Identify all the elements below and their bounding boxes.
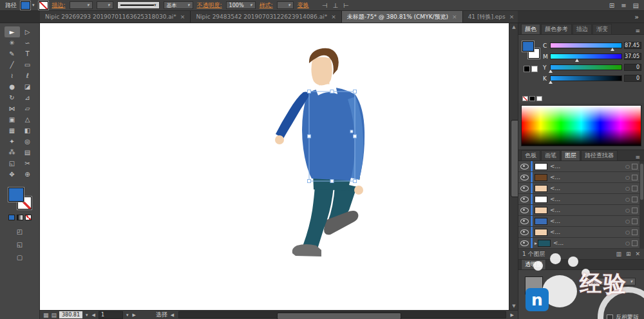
- stroke-color-swatch[interactable]: [39, 1, 48, 10]
- pencil-tool-icon[interactable]: ℓ: [20, 70, 35, 81]
- layer-row[interactable]: <...○: [518, 194, 644, 205]
- stroke-link[interactable]: 描边:: [52, 1, 66, 10]
- expand-triangle-icon[interactable]: ▸: [535, 240, 537, 246]
- target-icon[interactable]: ○: [625, 240, 630, 246]
- align-center-icon[interactable]: ⊥: [332, 2, 338, 9]
- hand-tool-icon[interactable]: ✥: [5, 169, 20, 180]
- layer-row[interactable]: <...○: [518, 205, 644, 216]
- fill-color-swatch[interactable]: [21, 1, 30, 10]
- none-button[interactable]: [25, 215, 32, 220]
- transform-link[interactable]: 变换: [298, 1, 309, 10]
- layers-panel-menu-icon[interactable]: ≡: [634, 154, 641, 160]
- target-icon[interactable]: ○: [625, 229, 630, 235]
- width-tool-icon[interactable]: ⋈: [5, 103, 20, 114]
- align-left-icon[interactable]: ⊣: [322, 2, 328, 9]
- horizontal-scroll-thumb[interactable]: [277, 313, 401, 319]
- fill-stroke-indicator[interactable]: [8, 188, 32, 209]
- target-icon[interactable]: ○: [625, 208, 630, 213]
- target-icon[interactable]: ○: [625, 186, 630, 191]
- selection-square[interactable]: [632, 229, 638, 235]
- scale-tool-icon[interactable]: ⊿: [20, 92, 35, 103]
- visibility-toggle[interactable]: [518, 183, 531, 193]
- slider-handle-icon[interactable]: [549, 70, 553, 73]
- tab-close-icon[interactable]: ×: [509, 14, 515, 20]
- screen-layout-icon[interactable]: ▤: [52, 312, 57, 318]
- target-icon[interactable]: ○: [625, 164, 630, 169]
- next-artboard-icon[interactable]: ▶: [131, 313, 136, 318]
- document-tab[interactable]: 未标题-75* @ 380.81% (CMYK/预览)×: [342, 11, 463, 23]
- dock-collapse-icon[interactable]: »: [634, 13, 639, 21]
- layer-label[interactable]: <...: [550, 163, 625, 169]
- man-front-leg[interactable]: [303, 186, 334, 249]
- selection-square[interactable]: [632, 164, 638, 169]
- document-tab[interactable]: Nipic 29483542 20190703122623914086.ai*×: [191, 11, 341, 23]
- tab-swatches[interactable]: 色板: [521, 150, 540, 160]
- selection-square[interactable]: [632, 208, 638, 213]
- visibility-toggle[interactable]: [518, 172, 531, 182]
- magic-wand-tool-icon[interactable]: ✳: [5, 37, 20, 48]
- tab-transparency[interactable]: 透明度: [521, 259, 546, 269]
- selection-tool-icon[interactable]: ►: [5, 26, 20, 37]
- layer-label[interactable]: <...: [550, 229, 625, 235]
- delete-layer-icon[interactable]: ✕: [635, 251, 640, 257]
- direct-selection-tool-icon[interactable]: ▷: [20, 26, 35, 37]
- none-swatch[interactable]: [522, 96, 528, 101]
- perspective-grid-tool-icon[interactable]: △: [20, 114, 35, 125]
- first-artboard-icon[interactable]: ◀: [91, 313, 96, 318]
- channel-value-field[interactable]: 37.05: [624, 53, 641, 60]
- type-tool-icon[interactable]: T: [20, 48, 35, 59]
- panel-fill-swatch[interactable]: [522, 41, 534, 52]
- shape-builder-tool-icon[interactable]: ▣: [5, 114, 20, 125]
- layer-row[interactable]: <...○: [518, 227, 644, 238]
- new-layer-icon[interactable]: ⊞: [626, 251, 631, 257]
- invert-mask-checkbox[interactable]: [607, 314, 613, 319]
- isolate-icon[interactable]: ⊞: [609, 2, 614, 9]
- brush-definition-preview[interactable]: ▾: [117, 1, 160, 9]
- opacity-select[interactable]: 100%▾: [226, 1, 256, 9]
- scroll-down-icon[interactable]: ▼: [509, 304, 518, 309]
- paintbrush-tool-icon[interactable]: ≀: [5, 70, 20, 81]
- screen-mode-icon[interactable]: ▢: [17, 254, 23, 261]
- selection-square[interactable]: [632, 218, 638, 224]
- hscroll-right-icon[interactable]: ▶: [510, 313, 515, 318]
- pen-tool-icon[interactable]: ✎: [5, 48, 20, 59]
- tab-close-icon[interactable]: ×: [331, 14, 336, 20]
- blob-brush-tool-icon[interactable]: ●: [5, 81, 20, 92]
- channel-value-field[interactable]: 0: [624, 64, 641, 71]
- white-swatch[interactable]: [536, 96, 542, 101]
- man-face[interactable]: [311, 57, 332, 85]
- man-back-shoe[interactable]: [324, 211, 358, 235]
- zoom-dropdown-icon[interactable]: ▾: [85, 313, 89, 318]
- mesh-tool-icon[interactable]: ▦: [5, 125, 20, 136]
- slider-handle-icon[interactable]: [549, 81, 553, 84]
- stroke-weight-select[interactable]: ▾: [70, 1, 93, 9]
- visibility-toggle[interactable]: [518, 161, 531, 171]
- opacity-link[interactable]: 不透明度:: [197, 1, 222, 10]
- selection-square[interactable]: [632, 197, 638, 202]
- channel-slider[interactable]: [550, 53, 622, 59]
- layer-label[interactable]: <...: [550, 185, 625, 191]
- slider-handle-icon[interactable]: [575, 59, 579, 62]
- blend-tool-icon[interactable]: ◎: [20, 136, 35, 147]
- arrange-documents-icon[interactable]: ▦: [43, 312, 49, 318]
- fill-indicator-blue[interactable]: [8, 188, 24, 202]
- lasso-tool-icon[interactable]: ∽: [20, 37, 35, 48]
- draw-normal-icon[interactable]: ◰: [17, 228, 23, 235]
- fill-dropdown-icon[interactable]: ▾: [32, 3, 35, 8]
- layer-label[interactable]: <...: [550, 207, 625, 213]
- zoom-level-field[interactable]: 380.81: [59, 311, 82, 318]
- layer-label[interactable]: <...: [550, 174, 625, 180]
- target-icon[interactable]: ○: [625, 175, 630, 180]
- layer-row[interactable]: <...○: [518, 161, 644, 172]
- align-right-icon[interactable]: ⊢: [343, 2, 349, 9]
- line-segment-tool-icon[interactable]: ╱: [5, 59, 20, 70]
- artboard-number-field[interactable]: 1: [99, 311, 123, 319]
- panel-menu-icon[interactable]: ≡: [634, 28, 641, 34]
- target-icon[interactable]: ○: [625, 197, 630, 202]
- visibility-toggle[interactable]: [518, 227, 531, 237]
- visibility-toggle[interactable]: [518, 238, 531, 248]
- selection-square[interactable]: [632, 186, 638, 191]
- style-select[interactable]: ▾: [277, 1, 294, 9]
- tab-stroke[interactable]: 描边: [573, 24, 592, 34]
- layer-label[interactable]: <...: [553, 240, 625, 246]
